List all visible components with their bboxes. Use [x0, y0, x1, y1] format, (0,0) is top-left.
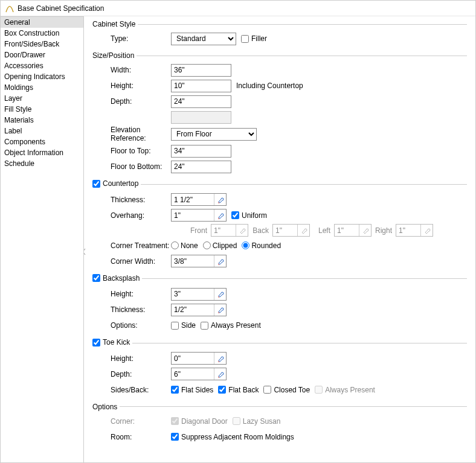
wrench-icon — [420, 225, 433, 236]
backsplash-thickness-input[interactable] — [172, 304, 214, 316]
splitter-handle[interactable] — [84, 240, 88, 264]
wrench-icon[interactable] — [214, 209, 226, 221]
wrench-icon[interactable] — [214, 304, 226, 316]
size-position-group: Size/Position Width: Height:Including Co… — [92, 51, 467, 176]
right-label: Right — [374, 226, 393, 235]
sidebar-item-door-drawer[interactable]: Door/Drawer — [1, 49, 83, 60]
thickness-input-group — [171, 193, 227, 206]
wrench-icon[interactable] — [214, 368, 226, 380]
front-input — [211, 225, 236, 236]
options-label: Options: — [92, 321, 171, 330]
corner-label: Corner: — [92, 417, 171, 426]
sidebar-item-layer[interactable]: Layer — [1, 93, 83, 104]
depth-input[interactable] — [171, 95, 231, 108]
back-label: Back — [251, 226, 270, 235]
height-input[interactable] — [171, 80, 231, 92]
sidebar-item-label[interactable]: Label — [1, 126, 83, 136]
group-legend: Options — [92, 403, 120, 411]
lazy-susan-checkbox: Lazy Susan — [233, 417, 281, 426]
width-label: Width: — [92, 66, 171, 74]
uniform-checkbox[interactable]: Uniform — [231, 211, 267, 220]
wrench-icon — [236, 225, 248, 236]
sidebar-item-accessories[interactable]: Accessories — [1, 60, 83, 71]
height-note: Including Countertop — [236, 81, 303, 90]
depth-label: Depth: — [92, 97, 171, 106]
options-group: Options Corner: Diagonal Door Lazy Susan… — [92, 403, 467, 446]
diagonal-door-checkbox: Diagonal Door — [171, 417, 228, 426]
type-select[interactable]: Standard — [171, 33, 236, 45]
sidebar-item-object-information[interactable]: Object Information — [1, 147, 83, 158]
filler-checkbox-input[interactable] — [241, 35, 249, 43]
title-bar: Base Cabinet Specification — [1, 1, 475, 16]
overhang-sides-row: Front Back Left Right — [92, 223, 467, 238]
floor-to-top-input[interactable] — [171, 145, 231, 158]
closed-toe-checkbox[interactable]: Closed Toe — [263, 386, 310, 394]
corner-none-radio[interactable]: None — [171, 241, 198, 250]
suppress-moldings-checkbox[interactable]: Suppress Adjacent Room Moldings — [171, 433, 294, 441]
wrench-icon[interactable] — [214, 255, 226, 267]
countertop-toggle[interactable]: Countertop — [92, 179, 138, 188]
height-label: Height: — [92, 81, 171, 90]
toe-kick-toggle[interactable]: Toe Kick — [92, 338, 130, 346]
wrench-icon[interactable] — [214, 194, 226, 205]
flat-back-checkbox[interactable]: Flat Back — [218, 386, 259, 394]
always-present-checkbox: Always Present — [315, 386, 375, 394]
sidebar-item-moldings[interactable]: Moldings — [1, 82, 83, 93]
sidebar-item-schedule[interactable]: Schedule — [1, 158, 83, 169]
window-title: Base Cabinet Specification — [18, 4, 104, 13]
wrench-icon — [359, 225, 371, 236]
countertop-thickness-input[interactable] — [172, 194, 214, 205]
countertop-overhang-input[interactable] — [172, 209, 214, 221]
right-input — [396, 225, 420, 236]
sidebar-item-front-sides-back[interactable]: Front/Sides/Back — [1, 39, 83, 49]
floor-to-bottom-label: Floor to Bottom: — [92, 162, 171, 171]
disabled-input — [171, 111, 231, 124]
overhang-label: Overhang: — [92, 211, 171, 220]
side-checkbox[interactable]: Side — [171, 321, 196, 330]
front-label: Front — [189, 226, 208, 235]
backsplash-group: Backsplash Height: Thickness: Options: S… — [92, 274, 467, 335]
toekick-height-input[interactable] — [172, 353, 214, 364]
floor-to-bottom-input[interactable] — [171, 161, 231, 173]
toekick-depth-input[interactable] — [172, 368, 214, 380]
height-label: Height: — [92, 290, 171, 298]
sidebar-item-opening-indicators[interactable]: Opening Indicators — [1, 71, 83, 82]
depth-label: Depth: — [92, 370, 171, 378]
wrench-icon — [297, 225, 309, 236]
elevation-reference-select[interactable]: From Floor — [171, 128, 257, 141]
wrench-icon[interactable] — [214, 289, 226, 300]
countertop-group: Countertop Thickness: Overhang:Uniform F… — [92, 179, 467, 270]
sides-back-label: Sides/Back: — [92, 386, 171, 394]
width-input[interactable] — [171, 64, 231, 77]
floor-to-top-label: Floor to Top: — [92, 147, 171, 155]
thickness-label: Thickness: — [92, 196, 171, 204]
app-icon — [5, 4, 14, 13]
always-present-checkbox[interactable]: Always Present — [201, 321, 261, 330]
sidebar-item-fill-style[interactable]: Fill Style — [1, 104, 83, 115]
type-label: Type: — [92, 34, 171, 43]
height-label: Height: — [92, 354, 171, 363]
backsplash-toggle[interactable]: Backsplash — [92, 274, 140, 283]
sidebar-item-components[interactable]: Components — [1, 136, 83, 147]
corner-treatment-label: Corner Treatment: — [92, 241, 171, 250]
sidebar-item-general[interactable]: General — [1, 17, 83, 28]
content-panel: Cabinet Style Type: Standard Filler Size… — [84, 16, 475, 462]
filler-checkbox[interactable]: Filler — [241, 34, 267, 43]
corner-width-input[interactable] — [172, 255, 214, 267]
flat-sides-checkbox[interactable]: Flat Sides — [171, 386, 213, 394]
corner-rounded-radio[interactable]: Rounded — [242, 241, 281, 250]
wrench-icon[interactable] — [214, 353, 226, 364]
corner-clipped-radio[interactable]: Clipped — [203, 241, 237, 250]
sidebar-item-materials[interactable]: Materials — [1, 115, 83, 126]
group-legend: Size/Position — [92, 51, 137, 60]
left-label: Left — [312, 226, 332, 235]
room-label: Room: — [92, 433, 171, 441]
category-sidebar: GeneralBox ConstructionFront/Sides/BackD… — [1, 16, 84, 462]
sidebar-item-box-construction[interactable]: Box Construction — [1, 28, 83, 39]
group-legend: Cabinet Style — [92, 20, 138, 28]
corner-width-label: Corner Width: — [92, 257, 171, 266]
left-input — [335, 225, 359, 236]
backsplash-height-input[interactable] — [172, 289, 214, 300]
overhang-input-group — [171, 209, 227, 222]
thickness-label: Thickness: — [92, 305, 171, 314]
